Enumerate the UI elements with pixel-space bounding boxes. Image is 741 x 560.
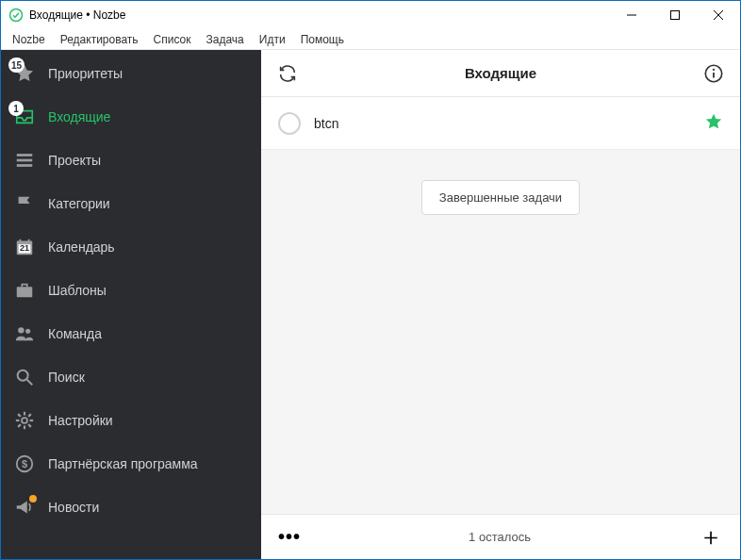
task-row[interactable]: btcn — [261, 97, 740, 150]
menu-bar: Nozbe Редактировать Список Задача Идти П… — [1, 29, 740, 50]
search-icon — [14, 367, 35, 387]
completed-tasks-button[interactable]: Завершенные задачи — [421, 180, 580, 215]
svg-point-17 — [22, 418, 27, 423]
sidebar-item-label: Команда — [48, 326, 102, 341]
svg-line-23 — [28, 424, 31, 427]
main-layout: 15 Приоритеты 1 Входящие Проекты Категор… — [1, 50, 740, 559]
sidebar-item-label: Настройки — [48, 413, 113, 428]
sidebar-item-templates[interactable]: Шаблоны — [1, 269, 261, 312]
bottom-bar: ••• 1 осталось ＋ — [261, 514, 740, 559]
window-controls — [610, 1, 740, 29]
badge: 15 — [8, 58, 25, 73]
svg-line-22 — [18, 414, 21, 417]
calendar-daynum: 21 — [14, 243, 35, 253]
menu-list[interactable]: Список — [148, 31, 197, 48]
add-task-button[interactable]: ＋ — [699, 520, 723, 553]
content-topbar: Входящие — [261, 50, 740, 97]
svg-point-15 — [18, 371, 28, 381]
sidebar-item-news[interactable]: Новости — [1, 486, 261, 529]
svg-line-16 — [27, 380, 33, 386]
menu-help[interactable]: Помощь — [295, 31, 350, 48]
gear-icon — [14, 410, 35, 431]
app-icon — [8, 8, 24, 23]
projects-icon — [14, 150, 35, 171]
menu-edit[interactable]: Редактировать — [55, 31, 144, 48]
window-title: Входящие • Nozbe — [29, 8, 610, 22]
megaphone-icon — [14, 497, 35, 518]
sidebar-item-label: Входящие — [48, 109, 110, 124]
remaining-count: 1 осталось — [301, 530, 699, 544]
sidebar-item-categories[interactable]: Категории — [1, 182, 261, 225]
svg-point-29 — [713, 68, 715, 70]
info-button[interactable] — [702, 63, 725, 84]
svg-rect-2 — [671, 11, 680, 20]
maximize-button[interactable] — [653, 1, 697, 29]
task-title: btcn — [314, 116, 691, 131]
sidebar-item-affiliate[interactable]: $ Партнёрская программа — [1, 442, 261, 486]
badge: 1 — [8, 101, 24, 116]
sidebar-item-label: Календарь — [48, 239, 115, 255]
briefcase-icon — [14, 280, 35, 301]
sidebar-item-label: Поиск — [48, 370, 85, 385]
window-titlebar: Входящие • Nozbe — [1, 1, 740, 29]
content-title: Входящие — [299, 65, 702, 81]
team-icon — [14, 323, 35, 344]
sidebar-item-inbox[interactable]: 1 Входящие — [1, 95, 261, 139]
completed-area: Завершенные задачи — [261, 150, 740, 514]
sidebar-item-search[interactable]: Поиск — [1, 355, 261, 399]
notification-dot — [29, 495, 37, 502]
svg-rect-12 — [17, 287, 33, 297]
sidebar-item-label: Категории — [48, 196, 110, 211]
menu-nozbe[interactable]: Nozbe — [7, 31, 51, 48]
inbox-icon: 1 — [14, 107, 35, 127]
more-button[interactable]: ••• — [278, 526, 301, 548]
svg-point-13 — [18, 327, 24, 333]
sidebar-item-team[interactable]: Команда — [1, 312, 261, 355]
sidebar-item-label: Проекты — [48, 153, 101, 168]
dollar-icon: $ — [14, 453, 35, 474]
task-checkbox[interactable] — [278, 112, 301, 135]
sidebar-item-projects[interactable]: Проекты — [1, 139, 261, 182]
svg-line-25 — [18, 424, 21, 427]
close-button[interactable] — [697, 1, 740, 29]
sidebar-item-label: Новости — [48, 500, 99, 515]
svg-line-24 — [28, 414, 31, 417]
sidebar-item-priorities[interactable]: 15 Приоритеты — [1, 52, 261, 95]
calendar-icon: 21 — [14, 237, 35, 257]
sidebar: 15 Приоритеты 1 Входящие Проекты Категор… — [1, 50, 261, 559]
star-icon: 15 — [14, 63, 35, 84]
sidebar-item-settings[interactable]: Настройки — [1, 399, 261, 442]
minimize-button[interactable] — [610, 1, 653, 29]
svg-point-14 — [25, 329, 30, 334]
refresh-button[interactable] — [276, 63, 299, 84]
sidebar-item-label: Шаблоны — [48, 283, 107, 298]
sidebar-item-label: Приоритеты — [48, 66, 123, 81]
content-pane: Входящие btcn Завершенные задачи ••• 1 о… — [261, 50, 740, 559]
sidebar-item-label: Партнёрская программа — [48, 456, 198, 471]
task-star-icon[interactable] — [704, 112, 723, 134]
svg-text:$: $ — [22, 458, 27, 469]
flag-icon — [14, 193, 35, 214]
sidebar-item-calendar[interactable]: 21 Календарь — [1, 225, 261, 269]
menu-go[interactable]: Идти — [254, 31, 291, 48]
menu-task[interactable]: Задача — [201, 31, 250, 48]
